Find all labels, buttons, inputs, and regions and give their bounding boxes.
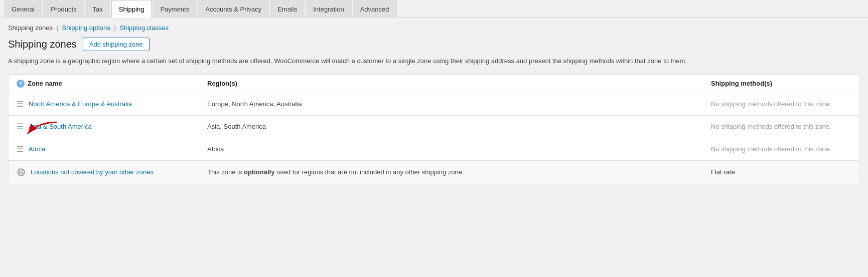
tab-emails[interactable]: Emails — [270, 0, 305, 18]
region-cell-special: This zone is optionally used for regions… — [207, 168, 711, 176]
shipping-method-cell: No shipping methods offered to this zone… — [711, 100, 851, 108]
tab-accounts-privacy[interactable]: Accounts & Privacy — [198, 0, 269, 18]
column-header-zone-name: ? Zone name — [17, 80, 207, 88]
breadcrumb-link-shipping-classes[interactable]: Shipping classes — [119, 24, 169, 32]
shipping-method-cell-special: Flat rate — [711, 168, 851, 176]
zone-link-special[interactable]: Locations not covered by your other zone… — [31, 168, 154, 176]
page-title: Shipping zones — [8, 39, 77, 50]
region-text-bold: optionally — [244, 168, 274, 176]
table-header: ? Zone name Region(s) Shipping method(s) — [9, 75, 859, 93]
zone-name-cell: ☰ Africa — [17, 145, 207, 153]
table-row: ☰ Asia & South America Asia, South Ameri… — [9, 116, 859, 138]
content-area: Shipping zones | Shipping options | Ship… — [0, 18, 868, 190]
tab-products[interactable]: Products — [43, 0, 84, 18]
breadcrumb: Shipping zones | Shipping options | Ship… — [8, 24, 860, 32]
region-cell: Africa — [207, 145, 711, 153]
region-cell: Europe, North America, Australia — [207, 100, 711, 108]
table-row: ☰ Africa Africa No shipping methods offe… — [9, 138, 859, 161]
tabs-navigation: General Products Tax Shipping Payments A… — [0, 0, 868, 18]
page-header: Shipping zones Add shipping zone — [8, 38, 860, 51]
column-header-zone-name-label: Zone name — [28, 80, 62, 87]
globe-icon — [17, 168, 26, 177]
add-shipping-zone-button[interactable]: Add shipping zone — [83, 38, 150, 51]
tab-advanced[interactable]: Advanced — [353, 0, 397, 18]
zone-link[interactable]: North America & Europe & Australia — [29, 100, 132, 108]
page-description: A shipping zone is a geographic region w… — [8, 56, 860, 66]
shipping-method-cell: No shipping methods offered to this zone… — [711, 145, 851, 153]
shipping-method-cell: No shipping methods offered to this zone… — [711, 123, 851, 130]
zone-link[interactable]: Africa — [29, 145, 45, 153]
tab-integration[interactable]: Integration — [306, 0, 351, 18]
drag-handle-icon[interactable]: ☰ — [17, 123, 24, 131]
region-cell: Asia, South America — [207, 123, 711, 130]
tab-payments[interactable]: Payments — [153, 0, 197, 18]
table-row-special: Locations not covered by your other zone… — [9, 161, 859, 184]
breadcrumb-current: Shipping zones — [8, 24, 53, 32]
info-icon[interactable]: ? — [17, 80, 25, 88]
region-text-after: used for regions that are not included i… — [274, 168, 464, 176]
tab-general[interactable]: General — [4, 0, 42, 18]
breadcrumb-sep-2: | — [114, 24, 115, 32]
column-header-shipping-methods: Shipping method(s) — [711, 80, 851, 88]
tab-tax[interactable]: Tax — [85, 0, 110, 18]
tab-shipping[interactable]: Shipping — [111, 0, 152, 18]
shipping-zones-table: ? Zone name Region(s) Shipping method(s)… — [8, 74, 860, 184]
zone-link[interactable]: Asia & South America — [29, 123, 92, 130]
zone-name-cell: ☰ North America & Europe & Australia — [17, 100, 207, 108]
drag-handle-icon[interactable]: ☰ — [17, 100, 24, 108]
breadcrumb-link-shipping-options[interactable]: Shipping options — [62, 24, 110, 32]
table-row: ☰ North America & Europe & Australia Eur… — [9, 93, 859, 116]
region-text-before: This zone is — [207, 168, 244, 176]
zone-name-cell: Locations not covered by your other zone… — [17, 168, 207, 177]
breadcrumb-sep-1: | — [57, 24, 58, 32]
zone-name-cell: ☰ Asia & South America — [17, 123, 207, 131]
column-header-regions: Region(s) — [207, 80, 711, 88]
drag-handle-icon[interactable]: ☰ — [17, 145, 24, 153]
